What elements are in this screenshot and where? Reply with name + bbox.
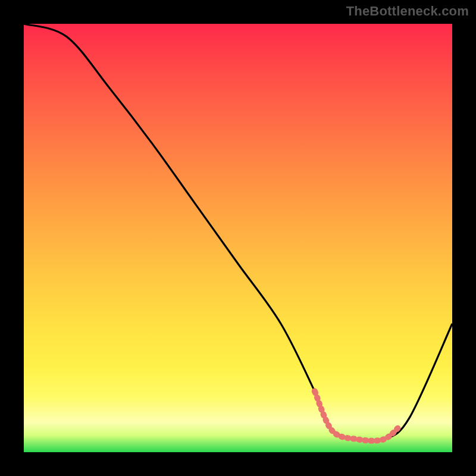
chart-frame: TheBottleneck.com	[0, 0, 476, 476]
plot-area	[24, 24, 452, 452]
watermark-text: TheBottleneck.com	[346, 4, 469, 19]
gradient-background	[24, 24, 452, 452]
